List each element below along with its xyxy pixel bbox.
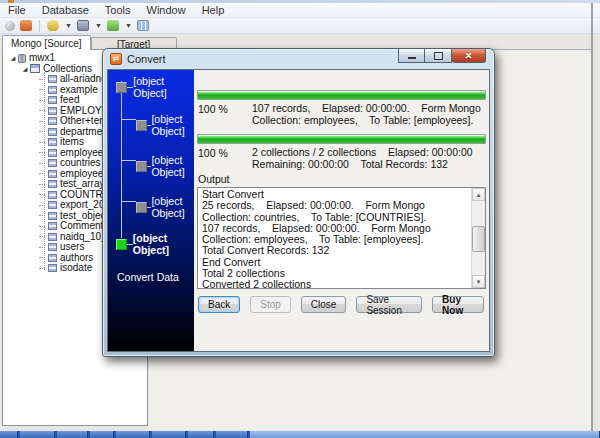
- minimize-button[interactable]: [398, 49, 425, 63]
- wizard-step: [object Object]: [136, 195, 194, 219]
- menu-item[interactable]: File: [8, 4, 26, 16]
- tree-item-label: items: [60, 137, 84, 148]
- chevron-down-icon[interactable]: ▼: [125, 22, 132, 29]
- collection-table-icon: [48, 75, 57, 83]
- target-database-icon[interactable]: [107, 20, 119, 31]
- tab-mongo-source[interactable]: Mongo [Source]: [2, 35, 91, 50]
- taskbar-button[interactable]: [57, 431, 88, 438]
- tree-guide-line: [39, 79, 45, 80]
- close-dialog-button[interactable]: Close: [301, 296, 347, 313]
- taskbar-button[interactable]: [90, 431, 114, 438]
- taskbar-button[interactable]: [216, 431, 248, 438]
- convert-app-icon: [110, 53, 122, 65]
- collection-table-icon: [48, 170, 57, 178]
- view-icon[interactable]: [77, 20, 89, 31]
- buy-now-button[interactable]: Buy Now: [432, 296, 484, 313]
- toolbar: ▼ ▼ ▼: [0, 18, 600, 34]
- wizard-step-rail: [object Object] [object Object] [objec: [108, 70, 194, 351]
- power-orb-icon[interactable]: [5, 21, 15, 31]
- server-icon: [18, 54, 26, 63]
- grid-icon[interactable]: [137, 20, 149, 31]
- expander-icon[interactable]: [21, 64, 29, 75]
- taskbar-button[interactable]: [152, 431, 186, 438]
- tree-item-label: countries: [60, 158, 101, 169]
- collection-progress-percent: 100 %: [198, 103, 252, 130]
- wizard-step-label: [object Object]: [151, 195, 194, 219]
- scrollbar-thumb[interactable]: [472, 226, 485, 252]
- dialog-titlebar[interactable]: Convert: [103, 49, 494, 69]
- collection-table-icon: [48, 107, 57, 115]
- scrollbar-track[interactable]: [472, 201, 485, 275]
- collection-table-icon: [48, 191, 57, 199]
- wizard-step-label: [object Object]: [151, 113, 194, 137]
- wizard-step: [object Object]: [116, 232, 194, 256]
- tree-root-label: mwx1: [29, 53, 55, 64]
- tree-guide-line: [39, 226, 45, 227]
- collection-table-icon: [48, 212, 57, 220]
- save-session-button[interactable]: Save Session: [356, 296, 422, 313]
- collection-table-icon: [48, 254, 57, 262]
- collection-table-icon: [48, 264, 57, 272]
- back-button[interactable]: Back: [198, 296, 240, 313]
- output-scrollbar[interactable]: [471, 188, 485, 288]
- tree-guide-line: [39, 184, 45, 185]
- tree-item-label: all-ariadne: [60, 74, 107, 85]
- total-progress-bar: [197, 134, 486, 144]
- tree-guide-line: [39, 268, 45, 269]
- collection-progress-bar: [197, 90, 486, 100]
- taskbar-button[interactable]: [188, 431, 214, 438]
- menu-item[interactable]: Window: [147, 4, 186, 16]
- chevron-down-icon[interactable]: ▼: [95, 22, 102, 29]
- taskbar-button[interactable]: [0, 431, 18, 438]
- total-progress-percent: 100 %: [198, 147, 252, 170]
- menu-item[interactable]: Tools: [105, 4, 131, 16]
- tree-item-label: isodate: [60, 263, 92, 274]
- tree-guide-line: [39, 142, 45, 143]
- connection-wizard-icon[interactable]: [20, 20, 32, 31]
- output-line: 25 records, Elapsed: 00:00:00. Form Mong…: [202, 200, 469, 223]
- source-database-icon[interactable]: [47, 20, 59, 31]
- tree-item-label: feed: [60, 95, 79, 106]
- wizard-step-label: [object Object]: [133, 75, 194, 99]
- collection-table-icon: [48, 138, 57, 146]
- collection-table-icon: [48, 117, 57, 125]
- tree-item-label: users: [60, 242, 84, 253]
- collections-icon: [30, 64, 40, 73]
- total-progress-text: 2 collections / 2 collections Elapsed: 0…: [252, 147, 485, 170]
- collection-table-icon: [48, 96, 57, 104]
- output-line: Converted 2 collections: [202, 279, 469, 288]
- tree-guide-line: [39, 163, 45, 164]
- collection-progress-text: 107 records, Elapsed: 00:00:00. Form Mon…: [252, 103, 485, 130]
- tree-guide-line: [39, 121, 45, 122]
- scroll-up-icon[interactable]: [472, 188, 485, 201]
- collection-table-icon: [48, 159, 57, 167]
- application-window: FileDatabaseToolsWindowHelp ▼ ▼ ▼ Mongo …: [0, 0, 600, 438]
- collection-table-icon: [48, 128, 57, 136]
- tree-guide-line: [39, 205, 45, 206]
- menu-item[interactable]: Database: [42, 4, 89, 16]
- scroll-down-icon[interactable]: [472, 275, 485, 288]
- wizard-step-square-icon: [136, 120, 147, 131]
- output-label: Output: [196, 170, 487, 187]
- collection-table-icon: [48, 243, 57, 251]
- taskbar-button[interactable]: [20, 431, 55, 438]
- convert-dialog: Convert [object Object]: [102, 48, 495, 357]
- chevron-down-icon[interactable]: ▼: [65, 22, 72, 29]
- stop-button: Stop: [250, 296, 291, 313]
- collection-progress-caption: 100 % 107 records, Elapsed: 00:00:00. Fo…: [196, 100, 487, 130]
- wizard-step-label: [object Object]: [133, 232, 194, 256]
- output-log[interactable]: Start Convert25 records, Elapsed: 00:00:…: [198, 188, 471, 288]
- expander-icon[interactable]: [9, 53, 17, 64]
- tree-guide-line: [39, 215, 45, 216]
- close-button[interactable]: [452, 49, 486, 63]
- menu-item[interactable]: Help: [202, 4, 225, 16]
- collection-table-icon: [48, 86, 57, 94]
- tree-guide-line: [39, 131, 45, 132]
- taskbar-button[interactable]: [116, 431, 150, 438]
- taskbar-button[interactable]: [250, 431, 600, 438]
- dialog-button-row: Back Stop Close Save Session Buy Now: [196, 289, 487, 313]
- total-progress-caption: 100 % 2 collections / 2 collections Elap…: [196, 144, 487, 170]
- taskbar: [0, 431, 600, 438]
- maximize-button[interactable]: [425, 49, 452, 63]
- wizard-step-square-icon: [116, 82, 127, 93]
